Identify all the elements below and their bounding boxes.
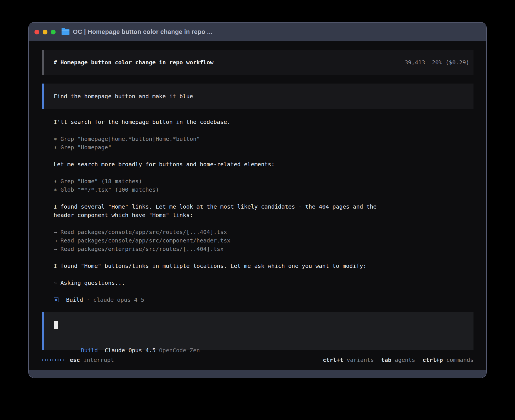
blank-line	[54, 253, 473, 262]
spinner-dot	[45, 359, 46, 361]
spinner-dot	[53, 359, 53, 361]
input-model-label[interactable]: Claude Opus 4.5	[105, 347, 156, 354]
session-title: # Homepage button color change in repo w…	[54, 58, 213, 67]
user-message: Find the homepage button and make it blu…	[42, 84, 473, 109]
assistant-text-line: ~ Asking questions...	[54, 279, 473, 287]
context-percent: 20%	[432, 59, 442, 66]
blank-line	[54, 194, 473, 202]
terminal-content: # Homepage button color change in repo w…	[29, 41, 486, 370]
prompt-input[interactable]: Build Claude Opus 4.5 OpenCode Zen	[42, 312, 473, 350]
spinner-dot	[55, 359, 56, 361]
spinner-dot	[63, 359, 64, 361]
tool-call-line: ∗ Grep "Home" (18 matches)	[54, 177, 473, 185]
spinner-dot	[42, 359, 43, 361]
tool-call-line: ∗ Grep "Homepage"	[54, 143, 473, 152]
gap	[98, 347, 105, 354]
blank-line	[54, 169, 473, 177]
assistant-text-line: Let me search more broadly for buttons a…	[54, 160, 473, 169]
gap	[156, 347, 159, 354]
blank-line	[54, 270, 473, 279]
spinner-dots	[42, 359, 64, 361]
minimize-button[interactable]	[43, 30, 47, 34]
status-left: esc interrupt	[42, 356, 114, 364]
zoom-button[interactable]	[51, 30, 56, 34]
hint-commands: ctrl+p commands	[422, 356, 473, 364]
blank-line	[54, 126, 473, 135]
text-cursor	[54, 321, 58, 329]
tool-call-line: → Read packages/console/app/src/componen…	[54, 236, 473, 245]
hint-label: agents	[395, 356, 415, 363]
hint-key: esc	[70, 356, 80, 363]
blank-line	[54, 152, 473, 160]
spinner-dot	[50, 359, 51, 361]
agent-name: Build	[66, 296, 83, 304]
window-bottom-frame	[29, 370, 486, 378]
tool-call-line: ∗ Grep "homepage|home.*button|Home.*butt…	[54, 135, 473, 143]
assistant-text-line: I found several "Home" links. Let me loo…	[54, 202, 473, 211]
terminal-window: OC | Homepage button color change in rep…	[28, 22, 487, 378]
transcript: I'll search for the homepage button in t…	[42, 118, 473, 304]
folder-icon	[62, 29, 69, 35]
hint-label: commands	[446, 356, 473, 363]
hint-key: ctrl+t	[323, 356, 343, 363]
assistant-text-line: header component which have "Home" links…	[54, 211, 473, 219]
agent-square-icon	[54, 298, 58, 302]
hint-key: tab	[381, 356, 391, 363]
tool-call-line: → Read packages/console/app/src/routes/[…	[54, 228, 473, 236]
input-agent-label[interactable]: Build	[81, 347, 98, 354]
hint-label: interrupt	[83, 356, 114, 363]
gap	[80, 356, 83, 363]
tool-call-line: → Read packages/enterprise/src/routes/[.…	[54, 245, 473, 253]
titlebar: OC | Homepage button color change in rep…	[29, 23, 486, 41]
agent-model: claude-opus-4-5	[93, 296, 144, 304]
assistant-text-line: I found "Home" buttons/links in multiple…	[54, 262, 473, 270]
hint-interrupt: esc interrupt	[70, 356, 114, 364]
hint-variants: ctrl+t variants	[323, 356, 374, 364]
input-meta: Build Claude Opus 4.5 OpenCode Zen	[54, 338, 473, 346]
hint-agents: tab agents	[381, 356, 415, 364]
session-header: # Homepage button color change in repo w…	[42, 50, 473, 75]
traffic-lights	[34, 30, 56, 34]
token-count: 39,413	[405, 59, 425, 66]
session-cost: ($0.29)	[446, 59, 469, 66]
window-title: OC | Homepage button color change in rep…	[73, 28, 212, 36]
session-stats: 39,413 20% ($0.29)	[405, 58, 469, 67]
agent-status-row: Build · claude-opus-4-5	[54, 296, 473, 304]
input-provider-label: OpenCode Zen	[159, 347, 200, 354]
status-right: ctrl+t variantstab agentsctrl+p commands	[323, 356, 473, 364]
blank-line	[54, 287, 473, 296]
hint-key: ctrl+p	[422, 356, 443, 363]
close-button[interactable]	[34, 30, 39, 34]
user-message-text: Find the homepage button and make it blu…	[54, 92, 193, 100]
status-bar: esc interrupt ctrl+t variantstab agentsc…	[42, 356, 473, 364]
tool-call-line: ∗ Glob "**/*.tsx" (100 matches)	[54, 185, 473, 194]
assistant-text-line: I'll search for the homepage button in t…	[54, 118, 473, 126]
agent-separator: ·	[83, 296, 93, 304]
blank-line	[54, 219, 473, 228]
hint-label: variants	[347, 356, 374, 363]
spinner-dot	[58, 359, 58, 361]
spinner-dot	[47, 359, 48, 361]
spinner-dot	[60, 359, 61, 361]
